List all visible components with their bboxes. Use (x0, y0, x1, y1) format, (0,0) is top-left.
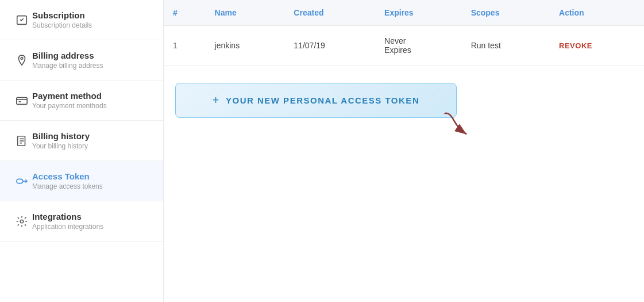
svg-rect-9 (17, 179, 23, 183)
sidebar-item-access-token-subtitle: Manage access tokens (32, 182, 103, 190)
sidebar-item-subscription-title: Subscription (32, 10, 92, 20)
sidebar-item-integrations-title: Integrations (32, 212, 103, 221)
revoke-button[interactable]: REVOKE (559, 41, 592, 50)
sidebar-item-subscription[interactable]: Subscription Subscription details (0, 0, 163, 40)
sidebar-item-payment-method[interactable]: Payment method Your payment menthods (0, 81, 163, 121)
row-created: 11/07/19 (284, 26, 375, 66)
sidebar-item-access-token[interactable]: Access Token Manage access tokens (0, 161, 163, 201)
row-scopes: Run test (462, 26, 550, 66)
token-icon (11, 175, 32, 188)
row-name: jenkins (206, 26, 285, 66)
svg-rect-2 (17, 97, 27, 104)
sidebar-item-payment-subtitle: Your payment menthods (32, 102, 107, 110)
sidebar-item-billing-history-title: Billing history (32, 131, 90, 141)
sidebar-item-billing-history[interactable]: Billing history Your billing history (0, 121, 163, 161)
plus-icon: + (213, 94, 220, 107)
col-header-action: Action (550, 0, 644, 26)
sidebar-item-subscription-subtitle: Subscription details (32, 21, 92, 29)
new-token-label: YOUR NEW PERSONAL ACCESS TOKEN (226, 95, 419, 105)
row-number: 1 (164, 26, 206, 66)
sidebar: Subscription Subscription details Billin… (0, 0, 164, 302)
row-expires: NeverExpires (375, 26, 462, 66)
col-header-expires: Expires (375, 0, 462, 26)
location-icon (11, 54, 32, 67)
sidebar-item-billing-history-subtitle: Your billing history (32, 142, 90, 150)
history-icon (11, 135, 32, 147)
integrations-icon (11, 215, 32, 228)
sidebar-item-billing-address-title: Billing address (32, 51, 103, 60)
sidebar-item-integrations[interactable]: Integrations Application integrations (0, 201, 163, 242)
new-token-button[interactable]: + YOUR NEW PERSONAL ACCESS TOKEN (175, 83, 457, 118)
svg-point-13 (20, 220, 24, 223)
new-token-section: + YOUR NEW PERSONAL ACCESS TOKEN (164, 66, 644, 129)
subscription-icon (11, 14, 32, 26)
token-table: # Name Created Expires Scopes Action 1 j… (164, 0, 644, 66)
sidebar-item-payment-title: Payment method (32, 91, 107, 101)
svg-point-1 (21, 57, 23, 59)
sidebar-item-billing-address-subtitle: Manage billing address (32, 62, 103, 70)
table-row: 1 jenkins 11/07/19 NeverExpires Run test… (164, 26, 644, 66)
col-header-scopes: Scopes (462, 0, 550, 26)
arrow-svg (439, 109, 474, 143)
arrow-indicator (439, 109, 474, 146)
col-header-name: Name (206, 0, 285, 26)
main-content: # Name Created Expires Scopes Action 1 j… (164, 0, 644, 302)
sidebar-item-access-token-title: Access Token (32, 171, 103, 181)
col-header-number: # (164, 0, 206, 26)
sidebar-item-billing-address[interactable]: Billing address Manage billing address (0, 40, 163, 81)
row-action[interactable]: REVOKE (550, 26, 644, 66)
card-icon (11, 94, 32, 107)
col-header-created: Created (284, 0, 375, 26)
sidebar-item-integrations-subtitle: Application integrations (32, 223, 103, 231)
